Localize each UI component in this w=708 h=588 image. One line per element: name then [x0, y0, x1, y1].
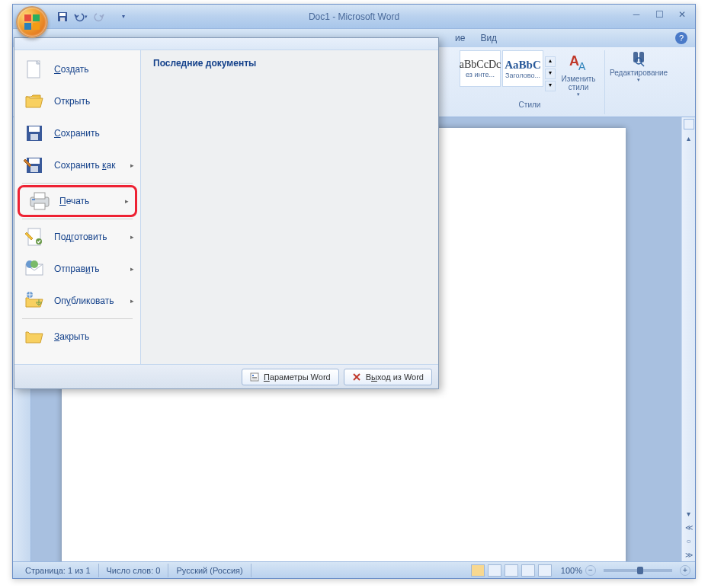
- svg-rect-33: [252, 379, 257, 379]
- print-icon: [28, 191, 51, 211]
- svg-rect-2: [24, 23, 31, 30]
- svg-rect-23: [32, 199, 35, 200]
- menu-print[interactable]: Печать ▸: [18, 185, 137, 217]
- prepare-icon: [24, 226, 45, 248]
- web-layout-view[interactable]: [505, 564, 518, 577]
- svg-rect-18: [29, 158, 40, 164]
- zoom-in-button[interactable]: +: [680, 565, 690, 576]
- svg-rect-21: [34, 193, 45, 199]
- svg-rect-0: [24, 14, 31, 21]
- change-styles-icon: AA: [566, 50, 591, 75]
- recent-documents-panel: Последние документы: [141, 50, 438, 364]
- save-as-icon: [24, 155, 45, 176]
- svg-rect-31: [252, 375, 254, 376]
- page-indicator[interactable]: Страница: 1 из 1: [18, 564, 99, 577]
- zoom-out-button[interactable]: −: [585, 565, 596, 576]
- recent-docs-title: Последние документы: [153, 58, 426, 69]
- word-count[interactable]: Число слов: 0: [99, 564, 169, 577]
- publish-icon: [24, 290, 45, 312]
- office-logo-icon: [23, 13, 41, 31]
- scroll-down[interactable]: ▾: [682, 507, 695, 520]
- office-button[interactable]: [16, 6, 48, 38]
- prev-page-button[interactable]: ≪: [682, 520, 695, 534]
- draft-view[interactable]: [538, 564, 552, 577]
- editing-group: Редактирование ▾: [605, 50, 672, 114]
- svg-line-12: [641, 63, 644, 66]
- qat-save-button[interactable]: [54, 8, 71, 25]
- menu-save-as[interactable]: Сохранить как ▸: [14, 149, 140, 181]
- menu-publish[interactable]: Опубликовать ▸: [14, 285, 140, 317]
- svg-rect-19: [30, 166, 38, 172]
- print-layout-view[interactable]: [471, 564, 485, 577]
- styles-group-label: Стили: [519, 101, 541, 109]
- new-doc-icon: [24, 59, 45, 80]
- menu-new[interactable]: Создать: [14, 53, 140, 85]
- quick-access-toolbar: ▾ ▾: [54, 8, 132, 25]
- styles-scroll-down[interactable]: ▾: [545, 69, 556, 79]
- qat-undo-button[interactable]: ▾: [72, 8, 89, 25]
- browse-object-button[interactable]: ○: [682, 534, 695, 548]
- styles-scroll-up[interactable]: ▴: [545, 56, 556, 67]
- svg-text:A: A: [578, 60, 586, 72]
- menu-send[interactable]: Отправить ▸: [14, 253, 140, 285]
- zoom-level[interactable]: 100%: [561, 566, 582, 575]
- styles-group: aBbCcDc ез инте... AaBbC Заголово... ▴ ▾…: [455, 50, 605, 114]
- redo-icon: [94, 11, 104, 22]
- exit-icon: [352, 372, 361, 382]
- vertical-scrollbar[interactable]: ▴ ▾ ≪ ○ ≫: [681, 117, 695, 561]
- save-icon: [24, 123, 45, 144]
- svg-rect-16: [30, 134, 38, 140]
- close-button[interactable]: ✕: [672, 8, 692, 21]
- menu-save[interactable]: Сохранить: [14, 117, 140, 149]
- save-icon: [57, 11, 68, 22]
- office-menu: Создать Открыть Сохранить Сохранить как …: [14, 37, 439, 389]
- maximize-button[interactable]: ☐: [649, 8, 669, 21]
- close-doc-icon: [24, 326, 45, 347]
- help-button[interactable]: ?: [675, 32, 687, 44]
- svg-rect-6: [60, 18, 65, 21]
- options-icon: [250, 372, 259, 382]
- style-heading[interactable]: AaBbC Заголово...: [502, 50, 543, 87]
- ruler-toggle[interactable]: [684, 119, 694, 129]
- menu-close[interactable]: Закрыть: [14, 321, 140, 353]
- full-screen-view[interactable]: [488, 564, 501, 577]
- svg-point-28: [30, 260, 38, 268]
- ribbon-tab-partial[interactable]: ие: [455, 33, 465, 43]
- styles-gallery-expand[interactable]: ▾: [545, 81, 556, 91]
- undo-icon: [74, 11, 85, 22]
- zoom-slider[interactable]: [604, 569, 672, 572]
- menu-prepare[interactable]: Подготовить ▸: [14, 221, 140, 253]
- office-menu-commands: Создать Открыть Сохранить Сохранить как …: [14, 50, 141, 364]
- qat-customize-button[interactable]: ▾: [115, 8, 132, 25]
- outline-view[interactable]: [521, 564, 535, 577]
- find-icon: [630, 50, 647, 67]
- svg-rect-15: [29, 126, 40, 132]
- minimize-button[interactable]: ─: [626, 8, 646, 21]
- svg-rect-1: [33, 14, 40, 21]
- change-styles-button[interactable]: AA Изменить стили ▾: [557, 50, 600, 97]
- exit-word-button[interactable]: Выход из Word: [344, 369, 432, 385]
- svg-rect-22: [34, 203, 45, 209]
- statusbar: Страница: 1 из 1 Число слов: 0 Русский (…: [13, 561, 695, 578]
- titlebar: ▾ ▾ Doc1 - Microsoft Word ─ ☐ ✕: [13, 5, 695, 29]
- scroll-up[interactable]: ▴: [682, 131, 695, 145]
- style-no-spacing[interactable]: aBbCcDc ез инте...: [460, 50, 501, 87]
- language-indicator[interactable]: Русский (Россия): [168, 564, 251, 577]
- next-page-button[interactable]: ≫: [682, 548, 695, 561]
- editing-button[interactable]: Редактирование ▾: [610, 50, 668, 83]
- svg-rect-5: [59, 13, 66, 16]
- ribbon-tab-view[interactable]: Вид: [480, 33, 497, 43]
- open-icon: [24, 91, 45, 112]
- menu-open[interactable]: Открыть: [14, 85, 140, 117]
- svg-rect-3: [33, 23, 40, 30]
- word-options-button[interactable]: Параметры Word: [242, 369, 339, 385]
- qat-redo-button[interactable]: [91, 8, 107, 25]
- send-icon: [24, 258, 45, 280]
- svg-rect-32: [252, 377, 257, 378]
- window-title: Doc1 - Microsoft Word: [309, 11, 399, 22]
